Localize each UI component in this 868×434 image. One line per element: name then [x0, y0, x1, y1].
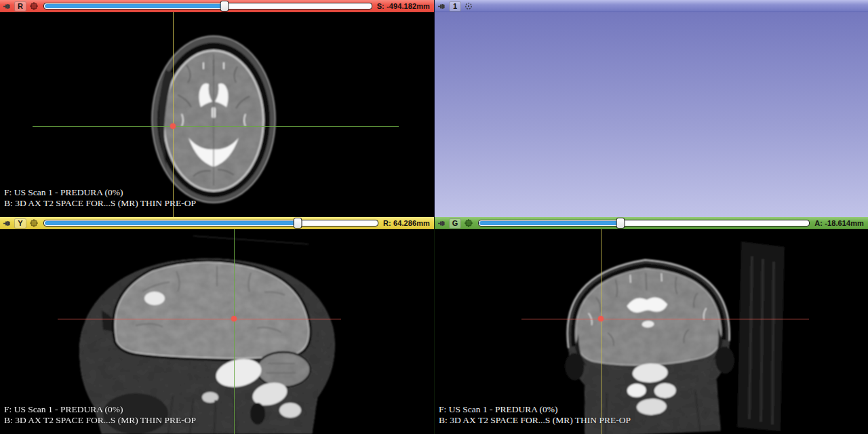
view-label-Y[interactable]: Y: [14, 218, 26, 229]
crosshair-horizontal-line[interactable]: [33, 126, 399, 127]
foreground-layer-label: F: US Scan 1 - PREDURA (0%): [4, 404, 196, 415]
slice-offset-readout: S: -494.182mm: [377, 2, 431, 10]
crosshair-vertical-line[interactable]: [173, 12, 174, 217]
crosshair-center[interactable]: [598, 316, 604, 321]
foreground-layer-label: F: US Scan 1 - PREDURA (0%): [4, 187, 196, 198]
pin-icon[interactable]: [2, 1, 12, 11]
pin-icon[interactable]: [437, 218, 447, 228]
corner-annotation: F: US Scan 1 - PREDURA (0%) B: 3D AX T2 …: [4, 187, 196, 208]
threed-view-controller: 1: [435, 0, 868, 12]
slice-offset-slider[interactable]: [478, 217, 810, 229]
crosshair-vertical-line[interactable]: [234, 229, 235, 434]
background-layer-label: B: 3D AX T2 SPACE FOR...S (MR) THIN PRE-…: [439, 415, 631, 426]
view-label-R[interactable]: R: [14, 1, 26, 12]
crosshair-horizontal-line[interactable]: [521, 319, 809, 319]
corner-annotation: F: US Scan 1 - PREDURA (0%) B: 3D AX T2 …: [4, 404, 196, 425]
background-layer-label: B: 3D AX T2 SPACE FOR...S (MR) THIN PRE-…: [4, 415, 196, 426]
slice-offset-slider[interactable]: [43, 217, 378, 229]
slice-options-icon[interactable]: [28, 218, 39, 228]
slice-offset-slider[interactable]: [43, 0, 372, 12]
threed-view-pane: 1: [434, 0, 868, 217]
background-layer-label: B: 3D AX T2 SPACE FOR...S (MR) THIN PRE-…: [4, 198, 196, 209]
slider-track[interactable]: [478, 220, 810, 226]
slider-fill: [479, 221, 620, 225]
crosshair-center[interactable]: [170, 123, 176, 129]
slider-fill: [45, 4, 223, 8]
yellow-slice-controller: Y R: 64.286mm: [0, 217, 434, 229]
coronal-viewport[interactable]: F: US Scan 1 - PREDURA (0%) B: 3D AX T2 …: [435, 229, 868, 434]
center-view-icon[interactable]: [463, 1, 473, 11]
slider-handle[interactable]: [294, 218, 302, 229]
axial-mri-image: [0, 12, 434, 217]
slice-options-icon[interactable]: [28, 1, 39, 11]
yellow-slice-pane: Y R: 64.286mm: [0, 217, 434, 434]
foreground-layer-label: F: US Scan 1 - PREDURA (0%): [439, 404, 631, 415]
green-slice-pane: G A: -18.614mm: [434, 217, 868, 434]
view-label-G[interactable]: G: [449, 218, 461, 229]
threed-viewport[interactable]: [435, 12, 868, 217]
corner-annotation: F: US Scan 1 - PREDURA (0%) B: 3D AX T2 …: [439, 404, 631, 425]
red-slice-controller: R S: -494.182mm: [0, 0, 434, 12]
crosshair-vertical-line[interactable]: [601, 229, 601, 434]
slice-offset-readout: R: 64.286mm: [383, 219, 431, 227]
crosshair-center[interactable]: [231, 316, 237, 321]
view-label-1[interactable]: 1: [449, 1, 461, 12]
slider-handle[interactable]: [616, 218, 625, 229]
slider-track[interactable]: [43, 220, 378, 226]
pin-icon[interactable]: [437, 1, 447, 11]
green-slice-controller: G A: -18.614mm: [435, 217, 868, 229]
slicer-four-up-view: R S: -494.182mm: [0, 0, 868, 434]
slider-fill: [45, 221, 297, 225]
slice-options-icon[interactable]: [463, 218, 473, 228]
sagittal-viewport[interactable]: F: US Scan 1 - PREDURA (0%) B: 3D AX T2 …: [0, 229, 434, 434]
red-slice-pane: R S: -494.182mm: [0, 0, 434, 217]
slider-handle[interactable]: [220, 1, 229, 12]
coronal-mri-image: [435, 229, 868, 434]
crosshair-horizontal-line[interactable]: [58, 319, 341, 319]
sagittal-mri-image: [0, 229, 434, 434]
slider-track[interactable]: [43, 3, 372, 9]
pin-icon[interactable]: [2, 218, 12, 228]
axial-viewport[interactable]: F: US Scan 1 - PREDURA (0%) B: 3D AX T2 …: [0, 12, 434, 217]
slice-offset-readout: A: -18.614mm: [814, 219, 865, 227]
